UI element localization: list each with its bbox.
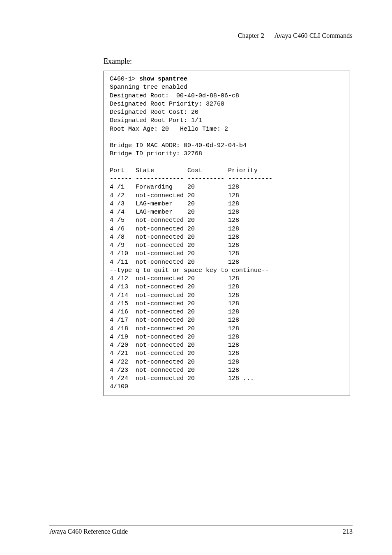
terminal-row: 4 /6 not-connected 20 128 — [110, 226, 239, 233]
terminal-column-header: Port State Cost Priority — [110, 167, 258, 174]
terminal-row: 4 /11 not-connected 20 128 — [110, 259, 239, 266]
terminal-line: Designated Root Cost: 20 — [110, 109, 198, 116]
terminal-row: 4 /20 not-connected 20 128 — [110, 342, 239, 349]
terminal-prompt: C460-1> — [110, 76, 139, 83]
footer-page-number: 213 — [343, 528, 353, 535]
terminal-column-rule: ------ ------------- ---------- --------… — [110, 175, 272, 182]
terminal-line: Bridge ID priority: 32768 — [110, 150, 202, 157]
terminal-row: 4 /5 not-connected 20 128 — [110, 217, 239, 224]
terminal-row: 4 /21 not-connected 20 128 — [110, 350, 239, 357]
terminal-row: 4 /23 not-connected 20 128 — [110, 367, 239, 374]
terminal-row: 4 /2 not-connected 20 128 — [110, 192, 239, 199]
terminal-row: 4 /9 not-connected 20 128 — [110, 242, 239, 249]
page: Chapter 2 Avaya C460 CLI Commands Exampl… — [0, 0, 392, 555]
terminal-line: Spanning tree enabled — [110, 84, 187, 91]
page-footer: Avaya C460 Reference Guide 213 — [49, 525, 353, 535]
terminal-row: 4 /10 not-connected 20 128 — [110, 250, 239, 257]
terminal-row: 4 /14 not-connected 20 128 — [110, 292, 239, 299]
terminal-row: 4/100 — [110, 383, 128, 390]
terminal-row: 4 /22 not-connected 20 128 — [110, 359, 239, 366]
terminal-row: 4 /3 LAG-member 20 128 — [110, 200, 239, 207]
example-label: Example: — [104, 57, 353, 66]
terminal-row: 4 /13 not-connected 20 128 — [110, 283, 239, 290]
terminal-row: 4 /18 not-connected 20 128 — [110, 325, 239, 332]
footer-row: Avaya C460 Reference Guide 213 — [49, 528, 353, 535]
terminal-line: Designated Root Priority: 32768 — [110, 101, 224, 108]
chapter-label: Chapter 2 — [238, 32, 264, 39]
terminal-row: 4 /19 not-connected 20 128 — [110, 334, 239, 341]
terminal-row: 4 /15 not-connected 20 128 — [110, 300, 239, 307]
page-header: Chapter 2 Avaya C460 CLI Commands — [49, 32, 353, 39]
terminal-row: 4 /4 LAG-member 20 128 — [110, 209, 239, 216]
terminal-row: 4 /1 Forwarding 20 128 — [110, 184, 239, 191]
terminal-line: Bridge ID MAC ADDR: 00-40-0d-92-04-b4 — [110, 142, 247, 149]
terminal-row: 4 /17 not-connected 20 128 — [110, 317, 239, 324]
terminal-row: 4 /24 not-connected 20 128 ... — [110, 375, 254, 382]
header-separator — [266, 32, 273, 39]
terminal-line: Designated Root: 00-40-0d-88-06-c8 — [110, 92, 239, 99]
terminal-row: 4 /16 not-connected 20 128 — [110, 309, 239, 315]
terminal-output-box: C460-1> show spantree Spanning tree enab… — [104, 71, 350, 396]
footer-left: Avaya C460 Reference Guide — [49, 528, 128, 535]
terminal-continue-line: --type q to quit or space key to continu… — [110, 267, 269, 274]
terminal-command: show spantree — [139, 76, 187, 83]
terminal-output: C460-1> show spantree Spanning tree enab… — [110, 75, 344, 391]
terminal-row: 4 /8 not-connected 20 128 — [110, 234, 239, 241]
terminal-row: 4 /12 not-connected 20 128 — [110, 275, 239, 282]
chapter-title: Avaya C460 CLI Commands — [274, 32, 353, 39]
header-rule — [49, 43, 353, 43]
terminal-line: Designated Root Port: 1/1 — [110, 117, 202, 124]
footer-rule — [49, 525, 353, 525]
terminal-line: Root Max Age: 20 Hello Time: 2 — [110, 126, 228, 133]
